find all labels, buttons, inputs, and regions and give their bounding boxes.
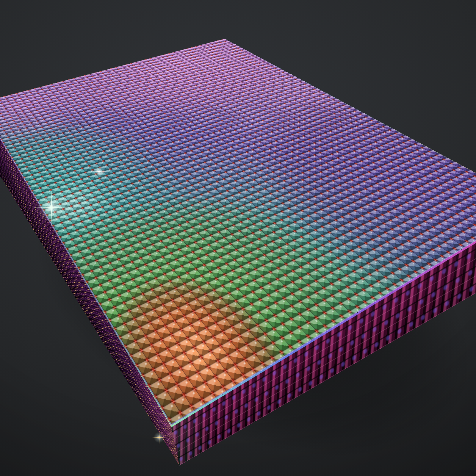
render-scene: [0, 0, 476, 476]
